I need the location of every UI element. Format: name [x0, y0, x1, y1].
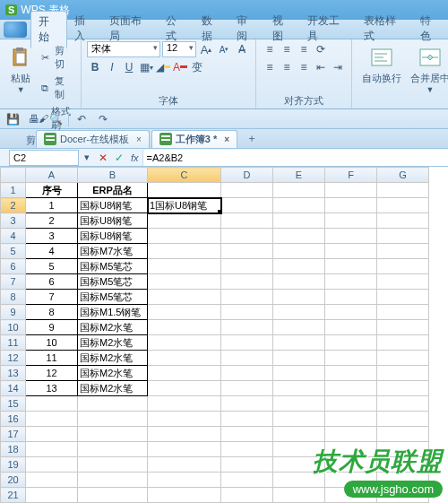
decrease-font-button[interactable]: A▾: [216, 41, 232, 57]
cell[interactable]: [325, 305, 377, 320]
close-icon[interactable]: ×: [224, 134, 229, 144]
cell[interactable]: [78, 427, 148, 442]
row-header[interactable]: 12: [1, 351, 26, 366]
cell[interactable]: [377, 412, 429, 427]
cell[interactable]: [148, 183, 221, 198]
undo-button[interactable]: ↶: [73, 111, 90, 127]
increase-indent-button[interactable]: ⇥: [330, 59, 346, 75]
cell[interactable]: [377, 305, 429, 320]
cell[interactable]: [273, 305, 325, 320]
cell[interactable]: [273, 457, 325, 473]
cell[interactable]: [325, 488, 377, 503]
cell[interactable]: [221, 457, 273, 473]
cell[interactable]: [273, 259, 325, 274]
cell[interactable]: [377, 366, 429, 381]
row-header[interactable]: 13: [1, 366, 26, 381]
align-left-button[interactable]: ≡: [262, 59, 278, 75]
cell[interactable]: [273, 229, 325, 244]
cell[interactable]: [273, 244, 325, 259]
cell[interactable]: 国标U8钢笔: [78, 213, 148, 229]
cell[interactable]: [273, 381, 325, 396]
name-box[interactable]: [9, 150, 79, 166]
phonetic-button[interactable]: 变: [189, 59, 205, 75]
cell[interactable]: [325, 351, 377, 366]
cell[interactable]: [325, 320, 377, 335]
align-middle-button[interactable]: ≡: [279, 41, 295, 57]
new-doc-button[interactable]: ＋: [243, 131, 261, 147]
cell[interactable]: [273, 442, 325, 457]
row-header[interactable]: 19: [1, 457, 26, 473]
column-header-G[interactable]: G: [377, 168, 429, 183]
cell[interactable]: 序号: [26, 183, 78, 198]
cell[interactable]: [325, 473, 377, 488]
namebox-dropdown[interactable]: ▾: [79, 152, 95, 163]
cell[interactable]: 2: [26, 213, 78, 229]
align-right-button[interactable]: ≡: [296, 59, 312, 75]
cell[interactable]: [221, 213, 273, 229]
cell[interactable]: [377, 274, 429, 290]
cell[interactable]: [273, 213, 325, 229]
cell[interactable]: [221, 290, 273, 305]
cell[interactable]: [148, 229, 221, 244]
cell[interactable]: 国标M1.5钢笔: [78, 305, 148, 320]
cell[interactable]: [325, 412, 377, 427]
cell[interactable]: 1国标U8钢笔: [148, 198, 221, 213]
cell[interactable]: 国标M2水笔: [78, 366, 148, 381]
bold-button[interactable]: B: [87, 59, 103, 75]
cell[interactable]: [148, 259, 221, 274]
cell[interactable]: [148, 305, 221, 320]
row-header[interactable]: 1: [1, 183, 26, 198]
cell[interactable]: [221, 198, 273, 213]
cell[interactable]: 12: [26, 366, 78, 381]
font-color-button[interactable]: A: [172, 59, 188, 75]
spreadsheet-grid[interactable]: ABCDEFG1序号ERP品名21国标U8钢笔1国标U8钢笔32国标U8钢笔43…: [0, 167, 448, 503]
row-header[interactable]: 16: [1, 412, 26, 427]
align-bottom-button[interactable]: ≡: [296, 41, 312, 57]
cell[interactable]: [78, 396, 148, 412]
cell[interactable]: [325, 259, 377, 274]
cell[interactable]: [26, 442, 78, 457]
cell[interactable]: [377, 244, 429, 259]
cell[interactable]: [377, 396, 429, 412]
column-header-E[interactable]: E: [273, 168, 325, 183]
cell[interactable]: 13: [26, 381, 78, 396]
cell[interactable]: [377, 198, 429, 213]
cell[interactable]: 4: [26, 244, 78, 259]
cut-button[interactable]: ✂剪切: [36, 43, 75, 72]
cell[interactable]: [377, 335, 429, 351]
enter-formula-button[interactable]: ✓: [111, 150, 127, 166]
cell[interactable]: 国标M2水笔: [78, 320, 148, 335]
cell[interactable]: [78, 412, 148, 427]
select-all-corner[interactable]: [1, 168, 26, 183]
fill-color-button[interactable]: ◢: [155, 59, 171, 75]
row-header[interactable]: 5: [1, 244, 26, 259]
row-header[interactable]: 21: [1, 488, 26, 503]
cell[interactable]: 国标U8钢笔: [78, 229, 148, 244]
cell[interactable]: [325, 381, 377, 396]
wrap-text-button[interactable]: 自动换行: [358, 41, 406, 94]
cell[interactable]: [325, 290, 377, 305]
cell[interactable]: [325, 457, 377, 473]
cell[interactable]: [78, 473, 148, 488]
cell[interactable]: [325, 183, 377, 198]
cell[interactable]: 国标M2水笔: [78, 335, 148, 351]
print-button[interactable]: 🖶: [25, 111, 43, 127]
column-header-C[interactable]: C: [148, 168, 221, 183]
cell[interactable]: 国标M2水笔: [78, 351, 148, 366]
cell[interactable]: [26, 488, 78, 503]
row-header[interactable]: 6: [1, 259, 26, 274]
cell[interactable]: 3: [26, 229, 78, 244]
font-size-select[interactable]: 12: [162, 41, 196, 57]
close-icon[interactable]: ×: [136, 134, 142, 144]
row-header[interactable]: 14: [1, 381, 26, 396]
cell[interactable]: 国标M2水笔: [78, 381, 148, 396]
cell[interactable]: [325, 442, 377, 457]
row-header[interactable]: 17: [1, 427, 26, 442]
save-button[interactable]: 💾: [4, 111, 22, 127]
redo-button[interactable]: ↷: [94, 111, 112, 127]
cell[interactable]: [26, 427, 78, 442]
cell[interactable]: [325, 244, 377, 259]
formula-input[interactable]: [142, 150, 448, 166]
cell[interactable]: [325, 213, 377, 229]
cell[interactable]: [377, 229, 429, 244]
